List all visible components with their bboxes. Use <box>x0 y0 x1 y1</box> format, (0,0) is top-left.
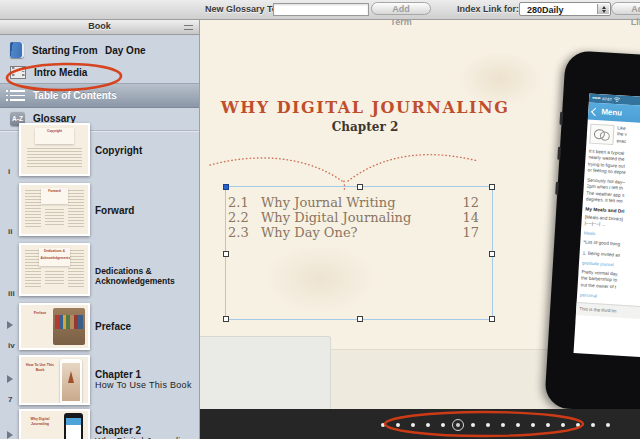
page-dot[interactable] <box>591 423 595 427</box>
selection-handle[interactable] <box>489 251 495 257</box>
selection-handle[interactable] <box>489 316 495 322</box>
phone-volume-button <box>559 112 563 125</box>
selection-handle[interactable] <box>489 184 495 190</box>
page-label: Forward <box>95 205 134 216</box>
page-label: Preface <box>95 321 131 332</box>
chapter-subtitle: Chapter 2 <box>200 120 530 134</box>
page-dot[interactable] <box>606 423 610 427</box>
page-dot[interactable] <box>441 423 445 427</box>
page-dot[interactable] <box>576 423 580 427</box>
pager-bar <box>200 409 640 439</box>
journal-text: Seriously hot day–2pm when I left thThe … <box>586 178 640 209</box>
book-icon <box>10 42 24 58</box>
new-glossary-term-input[interactable] <box>273 3 369 16</box>
journal-text: [Meals and Drinks]|----|----| ... <box>584 214 640 232</box>
thumb-photo <box>53 308 85 345</box>
journal-text: Likethe vexac <box>616 125 627 146</box>
thumb-text-lines <box>45 271 64 286</box>
thumb-phone-image <box>64 413 83 439</box>
thumb-text-lines <box>68 190 84 229</box>
thumb-title: Dedications & Acknowledgements <box>41 249 69 262</box>
page-number: 7 <box>8 395 12 404</box>
page-row-dedications[interactable]: Dedications & Acknowledgements Dedicatio… <box>0 243 200 301</box>
journal-tag: personal <box>580 292 640 302</box>
sidebar-item-label: Table of Contents <box>33 90 117 101</box>
page-dot[interactable] <box>486 423 490 427</box>
page-dot[interactable] <box>531 423 535 427</box>
phone-volume-button <box>557 147 561 160</box>
thumbnail-page-preview[interactable]: Forward <box>19 183 90 236</box>
select-stepper-icon <box>597 4 609 14</box>
sidebar-item-table-of-contents[interactable]: Table of Contents <box>0 83 199 108</box>
disclosure-triangle-icon[interactable] <box>7 431 13 439</box>
page-number: iv <box>8 341 15 350</box>
index-link-select[interactable]: 280Daily <box>519 2 611 16</box>
page-dot[interactable] <box>546 423 550 427</box>
page-dot[interactable] <box>516 423 520 427</box>
toc-textbox-selection[interactable]: 2.1 Why Journal Writing 12 2.2 Why Digit… <box>225 186 493 320</box>
page-number: i <box>8 167 10 176</box>
sidebar-header-title: Book <box>88 21 111 31</box>
app-window: New Glossary Term Add Term Index Link fo… <box>0 0 640 439</box>
sidebar-item-starting-from[interactable]: Starting From Day One <box>0 39 199 61</box>
journal-text: This is the third tin <box>576 302 640 321</box>
journal-sketch-thumbnail <box>589 124 614 145</box>
page-number: iii <box>8 289 15 298</box>
toc-entry-page: 14 <box>443 210 492 225</box>
page-dot[interactable] <box>411 423 415 427</box>
thumb-title: How To Use This Book <box>25 363 55 373</box>
thumbnail-page-preview[interactable]: Preface <box>19 303 90 350</box>
selection-handle[interactable] <box>357 316 363 322</box>
page-dot-active[interactable] <box>456 423 460 427</box>
thumbnail-page-preview[interactable]: Dedications & Acknowledgements <box>19 243 90 296</box>
page-dot[interactable] <box>426 423 430 427</box>
toc-entry-title: Why Digital Journaling <box>261 210 443 225</box>
thumb-title: Forward <box>42 188 66 194</box>
page-dot[interactable] <box>381 423 385 427</box>
journal-text: Pretty normal day.the barbershop toout t… <box>580 269 640 293</box>
page-dot[interactable] <box>471 423 475 427</box>
selection-handle[interactable] <box>223 251 229 257</box>
signal-dots-icon: ●●●●● <box>592 94 601 103</box>
page-dot[interactable] <box>396 423 400 427</box>
thumb-text-lines <box>27 148 82 169</box>
wifi-icon <box>614 97 620 102</box>
page-label: Copyright <box>95 145 142 156</box>
page-label: Chapter 2 <box>95 425 141 436</box>
disclosure-triangle-icon[interactable] <box>7 321 13 329</box>
selection-handle[interactable] <box>223 184 229 190</box>
toc-entry-page: 17 <box>443 225 492 240</box>
page-row-forward[interactable]: Forward Forward ii <box>0 183 200 241</box>
sidebar-item-intro-media[interactable]: Intro Media <box>0 61 199 83</box>
toc-list: 2.1 Why Journal Writing 12 2.2 Why Digit… <box>226 195 492 240</box>
disclosure-triangle-icon[interactable] <box>7 375 13 383</box>
thumbnail-page-preview[interactable]: How To Use This Book <box>19 355 90 405</box>
next-page-corner <box>200 336 331 410</box>
toc-entry-title: Why Day One? <box>261 225 443 240</box>
page-row-preface[interactable]: Preface Preface iv <box>0 303 200 353</box>
selection-handle[interactable] <box>357 184 363 190</box>
selection-handle[interactable] <box>223 316 229 322</box>
sidebar-collapse-icon[interactable] <box>184 25 193 30</box>
index-link-for-label: Index Link for: <box>457 4 519 14</box>
page-label: Chapter 1 <box>95 369 141 380</box>
toc-list-icon <box>10 90 25 101</box>
sidebar-header: Book <box>0 19 199 35</box>
toc-entry-page: 12 <box>443 195 492 210</box>
thumbnail-page-preview[interactable]: Copyright <box>19 123 90 176</box>
page-row-chapter2[interactable]: Why Digital Journaling Chapter 2 Why Dig… <box>0 409 200 439</box>
journal-text: It's been a typicalnearly wasted thetryi… <box>587 149 640 180</box>
thumbnail-page-preview[interactable]: Why Digital Journaling <box>19 409 90 439</box>
carrier-label: AT&T <box>602 94 612 104</box>
thumb-text-lines <box>45 209 64 226</box>
page-dot[interactable] <box>561 423 565 427</box>
sidebar-item-label: Intro Media <box>34 67 87 78</box>
page-row-chapter1[interactable]: How To Use This Book Chapter 1 How To Us… <box>0 355 200 407</box>
page-row-copyright[interactable]: Copyright Copyright i <box>0 123 200 181</box>
add-term-button[interactable]: Add Term <box>371 2 431 15</box>
page-dot[interactable] <box>501 423 505 427</box>
sidebar-item-label: Starting From <box>32 45 98 56</box>
page-sublabel: How To Use This Book <box>95 380 192 390</box>
phone-screen: ●●●●● AT&T Menu Likethe vexacIt's been a… <box>574 94 640 359</box>
add-link-button[interactable]: Add Link <box>611 2 640 15</box>
